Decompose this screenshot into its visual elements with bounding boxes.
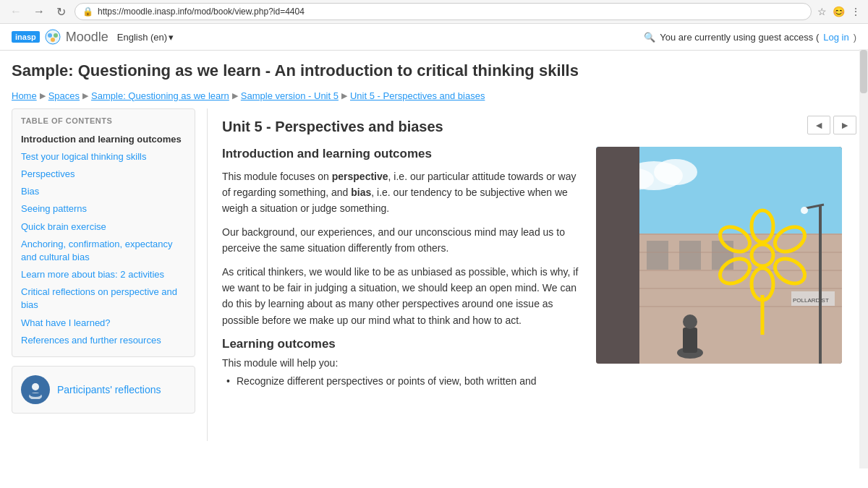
svg-point-1 — [48, 33, 52, 38]
breadcrumb-sep-1: ▶ — [40, 91, 46, 100]
toc-item-intro[interactable]: Introduction and learning outcomes — [21, 131, 186, 148]
toc-item-patterns[interactable]: Seeing patterns — [21, 200, 186, 218]
content-text: Introduction and learning outcomes This … — [222, 147, 584, 390]
content-section: Introduction and learning outcomes This … — [222, 147, 842, 390]
breadcrumb-spaces[interactable]: Spaces — [48, 90, 80, 101]
toc-item-bias[interactable]: Bias — [21, 183, 186, 200]
lock-icon: 🔒 — [82, 7, 93, 17]
lang-text: English (en) — [117, 32, 167, 43]
moodle-topbar: inasp Moodle English (en) ▾ 🔍 You are cu… — [0, 24, 868, 51]
paragraph-1: This module focuses on perspective, i.e.… — [222, 168, 584, 217]
toc-item-learnbias[interactable]: Learn more about bias: 2 activities — [21, 266, 186, 283]
svg-rect-19 — [639, 306, 842, 307]
svg-rect-15 — [639, 234, 842, 235]
guest-notice: You are currently using guest access ( — [660, 32, 819, 43]
participants-icon — [21, 375, 50, 404]
breadcrumb-sep-3: ▶ — [232, 91, 238, 100]
svg-point-35 — [801, 207, 808, 214]
url-text: https://moodle.inasp.info/mod/book/view.… — [98, 7, 305, 17]
nav-arrows: ◄ ► — [807, 116, 856, 134]
browser-titlebar: ← → ↻ 🔒 https://moodle.inasp.info/mod/bo… — [0, 0, 868, 23]
main-layout: TABLE OF CONTENTS Introduction and learn… — [0, 108, 868, 441]
back-button[interactable]: ← — [7, 2, 25, 21]
breadcrumb-current[interactable]: Unit 5 - Perspectives and biases — [350, 90, 485, 101]
paragraph-2: Our background, our experiences, and our… — [222, 224, 584, 257]
svg-rect-12 — [647, 241, 668, 270]
toc-item-anchoring[interactable]: Anchoring, confirmation, expectancy and … — [21, 236, 186, 266]
scrollbar-thumb — [860, 50, 867, 93]
toc-item-critical[interactable]: Critical reflections on perspective and … — [21, 283, 186, 314]
breadcrumb-home[interactable]: Home — [12, 90, 37, 101]
address-bar[interactable]: 🔒 https://moodle.inasp.info/mod/book/vie… — [75, 3, 812, 20]
svg-rect-31 — [683, 328, 697, 353]
bullet-item-1: Recognize different perspectives or poin… — [222, 373, 584, 389]
forward-button[interactable]: → — [30, 2, 48, 21]
breadcrumb-unit5[interactable]: Sample version - Unit 5 — [241, 90, 339, 101]
prev-page-button[interactable]: ◄ — [807, 116, 830, 134]
moodle-label: Moodle — [66, 30, 109, 45]
participants-box[interactable]: Participants' reflections — [12, 366, 195, 414]
svg-point-8 — [654, 159, 697, 185]
breadcrumb-course[interactable]: Sample: Questioning as we learn — [91, 90, 229, 101]
svg-point-3 — [51, 38, 55, 42]
browser-chrome: ← → ↻ 🔒 https://moodle.inasp.info/mod/bo… — [0, 0, 868, 24]
content-image: POLLARD ST — [596, 147, 842, 364]
svg-point-2 — [54, 33, 58, 38]
svg-point-32 — [683, 314, 697, 329]
breadcrumb-sep-2: ▶ — [82, 91, 88, 100]
participants-svg — [26, 380, 45, 399]
page-title-bar: Sample: Questioning as we learn - An int… — [0, 51, 868, 87]
login-link[interactable]: Log in — [823, 32, 848, 43]
toc-item-perspectives[interactable]: Perspectives — [21, 166, 186, 183]
language-selector[interactable]: English (en) ▾ — [117, 32, 174, 43]
inasp-logo-icon — [44, 28, 61, 46]
next-page-button[interactable]: ► — [833, 116, 856, 134]
browser-actions: ☆ 😊 ⋮ — [817, 6, 861, 17]
toc-item-references[interactable]: References and further resources — [21, 332, 186, 349]
lang-dropdown-icon: ▾ — [169, 32, 174, 43]
breadcrumb: Home ▶ Spaces ▶ Sample: Questioning as w… — [0, 87, 868, 108]
toc-item-brain[interactable]: Quick brain exercise — [21, 218, 186, 236]
svg-point-4 — [32, 383, 39, 390]
refresh-button[interactable]: ↻ — [54, 2, 69, 22]
breadcrumb-sep-4: ▶ — [341, 91, 347, 100]
svg-text:POLLARD ST: POLLARD ST — [793, 297, 829, 304]
emoji-icon: 😊 — [833, 6, 845, 17]
search-icon: 🔍 — [644, 32, 655, 43]
star-icon[interactable]: ☆ — [817, 6, 827, 17]
toc-item-learned[interactable]: What have I learned? — [21, 314, 186, 332]
participants-label: Participants' reflections — [57, 384, 161, 395]
svg-rect-13 — [679, 241, 701, 270]
svg-rect-11 — [596, 147, 639, 364]
svg-rect-18 — [639, 288, 842, 289]
sidebar: TABLE OF CONTENTS Introduction and learn… — [12, 108, 207, 441]
paragraph-3: As critical thinkers, we would like to b… — [222, 264, 584, 329]
toc-item-logical[interactable]: Test your logical thinking skills — [21, 148, 186, 166]
inasp-badge: inasp — [12, 31, 40, 43]
page-title: Sample: Questioning as we learn - An int… — [12, 61, 856, 82]
section-heading: Introduction and learning outcomes — [222, 147, 584, 161]
street-art-image: POLLARD ST — [596, 147, 842, 364]
learning-intro: This module will help you: — [222, 357, 584, 369]
inasp-logo[interactable]: inasp Moodle — [12, 28, 109, 46]
svg-rect-17 — [639, 270, 842, 271]
content-area: ◄ ► Unit 5 - Perspectives and biases Int… — [207, 108, 856, 441]
search-area: 🔍 You are currently using guest access (… — [644, 32, 856, 43]
toc-box: TABLE OF CONTENTS Introduction and learn… — [12, 108, 195, 357]
scrollbar[interactable] — [859, 49, 868, 441]
learning-outcomes-heading: Learning outcomes — [222, 337, 584, 351]
toc-title: TABLE OF CONTENTS — [21, 116, 186, 125]
unit-title: Unit 5 - Perspectives and biases — [222, 119, 842, 135]
menu-icon[interactable]: ⋮ — [851, 6, 861, 17]
